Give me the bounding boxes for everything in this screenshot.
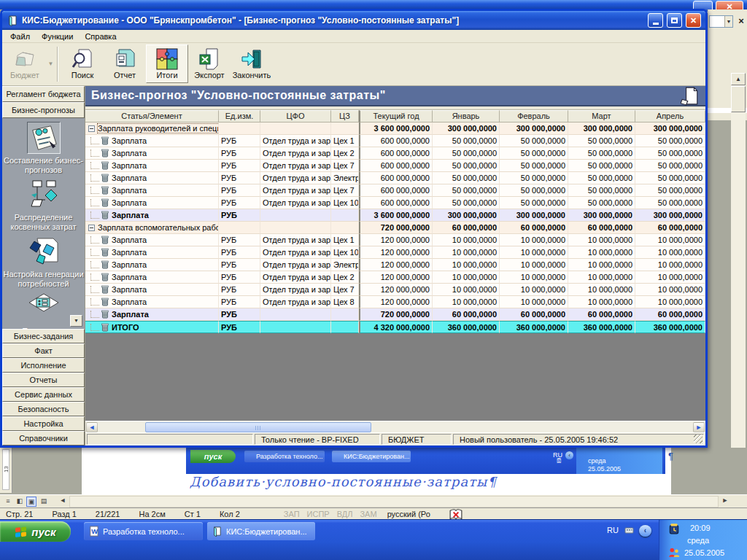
embedded-task-button: КИС:Бюджетирован... — [332, 451, 411, 462]
row-label: Зарплата — [112, 298, 147, 306]
menu-item-функции[interactable]: Функции — [36, 31, 78, 42]
language-indicator[interactable]: RU — [607, 526, 619, 534]
start-button[interactable]: пуск — [0, 521, 71, 542]
column-header-2[interactable]: ЦФО — [260, 110, 331, 122]
toolbar-button-отчет[interactable]: Отчет — [104, 44, 146, 83]
scheduler-tray-icon[interactable] — [668, 523, 680, 534]
cell-cz: Электр — [331, 259, 359, 271]
word-vertical-scrollbar[interactable]: ▲ ▼ ▲▲ ● ▼▼ — [731, 73, 746, 497]
cell-cz: Цех 2 — [331, 271, 359, 284]
scrollbar-thumb[interactable] — [731, 86, 746, 112]
table-row[interactable]: ЗарплатаРУБОтдел труда и зарЦех 2120 000… — [85, 271, 705, 284]
sidebar-tab-регламент-бюджета[interactable]: Регламент бюджета — [2, 86, 85, 102]
cell-cfo: Отдел труда и зар — [260, 296, 331, 308]
table-row[interactable]: ЗарплатаРУБОтдел труда и зарЦех 8120 000… — [85, 296, 705, 308]
table-row[interactable]: ЗарплатаРУБОтдел труда и зарЦех 7600 000… — [85, 160, 705, 172]
sidebar-item-составление[interactable]: Составление бизнес-прогнозов — [2, 122, 85, 175]
cell-cfo: Отдел труда и зар — [260, 259, 331, 271]
sidebar-tab-бизнес-задания[interactable]: Бизнес-задания — [2, 329, 85, 343]
column-header-0[interactable]: Статья/Элемент — [85, 110, 219, 122]
table-row[interactable]: ЗарплатаРУБОтдел труда и зарЦех 1600 000… — [85, 135, 705, 147]
word-status-page: Стр. 21 — [6, 510, 33, 518]
toolbar-button-поиск[interactable]: Поиск — [61, 44, 104, 83]
scroll-left-icon[interactable]: ◄ — [86, 422, 98, 432]
scroll-right-icon[interactable]: ► — [693, 422, 705, 432]
toolbar-button-итоги[interactable]: Итоги — [146, 44, 188, 83]
scroll-right-icon[interactable]: ► — [719, 496, 731, 508]
cell-value: 50 000,0000 — [500, 172, 568, 184]
help-question-combobox[interactable]: ▼ — [709, 15, 733, 28]
column-header-7[interactable]: Март — [568, 110, 635, 122]
outline-view-icon[interactable]: ▤ — [39, 497, 49, 507]
sidebar-tab-справочники[interactable]: Справочники — [2, 431, 85, 446]
table-row[interactable]: ЗарплатаРУБОтдел труда и зарЦех 7120 000… — [85, 284, 705, 296]
sidebar-tab-отчеты[interactable]: Отчеты — [2, 373, 85, 387]
toolbar-button-экспорт[interactable]: Экспорт — [188, 44, 231, 83]
table-row[interactable]: ЗарплатаРУБОтдел труда и зарЦех 1120 000… — [85, 234, 705, 246]
users-tray-icon[interactable] — [668, 547, 680, 559]
column-header-8[interactable]: Апрель — [635, 110, 705, 122]
table-row[interactable]: ЗарплатаРУБОтдел труда и зарЦех 2600 000… — [85, 147, 705, 160]
table-row[interactable]: ИТОГОРУБ4 320 000,0000360 000,0000360 00… — [85, 321, 705, 333]
cell-value: 50 000,0000 — [500, 147, 568, 160]
sidebar-scroll-down-icon[interactable]: ▼ — [70, 315, 82, 327]
sidebar-tab-сервис-данных[interactable]: Сервис данных — [2, 387, 85, 402]
sidebar-tab-исполнение[interactable]: Исполнение — [2, 358, 85, 373]
web-layout-view-icon[interactable]: ◧ — [15, 497, 25, 507]
sidebar-item-распределение[interactable]: Распределение косвенных затрат — [2, 179, 85, 232]
table-row[interactable]: ЗарплатаРУБОтдел труда и зарЦех 10600 00… — [85, 197, 705, 209]
table-row[interactable]: Зарплата вспомогательных рабо720 000,000… — [85, 222, 705, 234]
sidebar-item-настройка[interactable]: Настройка генерации потребностей — [2, 236, 85, 289]
sidebar-tab-настройка[interactable]: Настройка — [2, 416, 85, 431]
column-header-3[interactable]: ЦЗ — [331, 110, 359, 122]
toolbar-button-label: Закончить — [233, 71, 271, 79]
document-text[interactable]: Добавить·условно-постоянные·затраты¶ — [190, 474, 598, 489]
taskbar-button-word[interactable]: WРазработка техноло... — [84, 522, 203, 540]
minimize-button[interactable] — [648, 13, 663, 28]
tray-clock-panel[interactable]: 20:09 среда 25.05.2005 — [659, 520, 747, 560]
taskbar-button-kis[interactable]: КИС:Бюджетирован... — [207, 522, 315, 540]
table-row[interactable]: ЗарплатаРУБ720 000,000060 000,000060 000… — [85, 308, 705, 321]
collapse-minus-icon[interactable] — [88, 225, 95, 231]
print-layout-view-icon[interactable]: ▣ — [26, 497, 36, 507]
cell-value: 50 000,0000 — [568, 160, 635, 172]
app-titlebar[interactable]: КИС:Бюджетирование - ООО "Брянскпромбето… — [2, 11, 705, 30]
sidebar-tab-безопасность[interactable]: Безопасность — [2, 402, 85, 416]
table-row[interactable]: ЗарплатаРУБОтдел труда и зарЭлектр600 00… — [85, 172, 705, 184]
collapse-minus-icon[interactable] — [88, 125, 95, 132]
scrollbar-thumb[interactable] — [145, 422, 371, 432]
scroll-left-icon[interactable]: ◄ — [57, 496, 69, 508]
scrollbar-track[interactable] — [69, 496, 719, 508]
app-horizontal-scrollbar[interactable]: ◄ ► — [85, 421, 705, 432]
table-row[interactable]: ЗарплатаРУБОтдел труда и зарЦех 7600 000… — [85, 184, 705, 197]
sidebar-tab-факт[interactable]: Факт — [2, 343, 85, 358]
maximize-button[interactable] — [667, 13, 682, 28]
toolbar-button-закончить[interactable]: Закончить — [231, 44, 273, 83]
tray-date: 25.05.2005 — [684, 548, 724, 557]
table-row[interactable]: ЗарплатаРУБОтдел труда и зарЦех 10120 00… — [85, 246, 705, 259]
sidebar-tab-бизнес-прогнозы[interactable]: Бизнес-прогнозы — [2, 102, 85, 118]
cell-cz — [331, 222, 359, 234]
close-button[interactable]: ✕ — [686, 13, 701, 28]
tray-chevron-icon[interactable]: ‹ — [639, 525, 651, 537]
menu-item-файл[interactable]: Файл — [5, 31, 35, 42]
cell-cfo — [260, 308, 331, 321]
keyboard-tray-icon[interactable] — [624, 526, 634, 535]
table-row[interactable]: ЗарплатаРУБ3 600 000,0000300 000,0000300… — [85, 209, 705, 222]
menu-item-справка[interactable]: Справка — [80, 31, 121, 42]
tree-line — [90, 199, 99, 206]
normal-view-icon[interactable]: ≡ — [3, 497, 13, 507]
chevron-down-icon[interactable]: ▼ — [724, 16, 732, 27]
cell-value: 50 000,0000 — [635, 184, 705, 197]
word-horizontal-scrollbar-row: ≡ ◧ ▣ ▤ ◄ ► — [0, 494, 747, 508]
column-header-5[interactable]: Январь — [433, 110, 500, 122]
table-row[interactable]: Зарплата руководителей и специ3 600 000,… — [85, 122, 705, 135]
column-header-4[interactable]: Текущий год — [359, 110, 433, 122]
document-close-icon[interactable]: × — [736, 16, 746, 26]
cell-unit: РУБ — [219, 172, 260, 184]
table-row[interactable]: ЗарплатаРУБОтдел труда и зарЭлектр120 00… — [85, 259, 705, 271]
tree-line — [90, 324, 99, 331]
column-header-1[interactable]: Ед.изм. — [219, 110, 260, 122]
scroll-up-icon[interactable]: ▲ — [731, 73, 746, 85]
column-header-6[interactable]: Февраль — [500, 110, 568, 122]
